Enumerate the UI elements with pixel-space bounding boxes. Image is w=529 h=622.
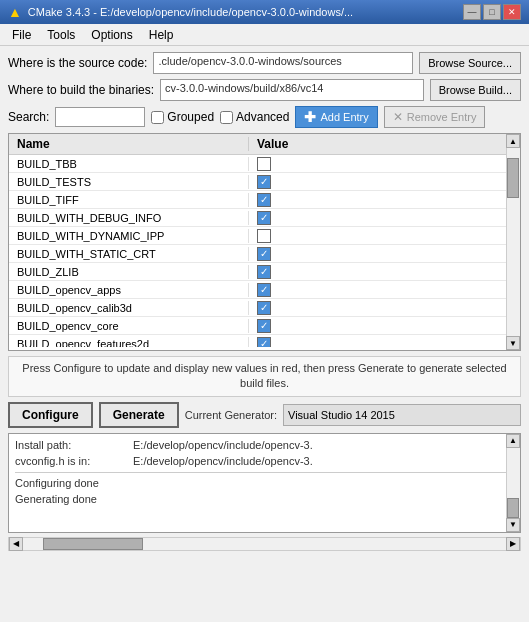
table-row[interactable]: BUILD_opencv_calib3d✓: [9, 299, 520, 317]
hscroll-thumb[interactable]: [43, 538, 143, 550]
grouped-checkbox[interactable]: [151, 111, 164, 124]
table-body: BUILD_TBBBUILD_TESTS✓BUILD_TIFF✓BUILD_WI…: [9, 155, 520, 347]
cmake-table: Name Value BUILD_TBBBUILD_TESTS✓BUILD_TI…: [8, 133, 521, 351]
info-text: Press Configure to update and display ne…: [8, 356, 521, 397]
cell-value[interactable]: ✓: [249, 282, 520, 298]
table-row[interactable]: BUILD_opencv_features2d✓: [9, 335, 520, 347]
checkbox[interactable]: ✓: [257, 283, 271, 297]
source-row: Where is the source code: .clude/opencv-…: [8, 52, 521, 74]
source-path[interactable]: .clude/opencv-3.0.0-windows/sources: [153, 52, 413, 74]
grouped-checkbox-label[interactable]: Grouped: [151, 110, 214, 124]
menu-tools[interactable]: Tools: [39, 26, 83, 43]
horizontal-scrollbar[interactable]: ◀ ▶: [8, 537, 521, 551]
table-row[interactable]: BUILD_TBB: [9, 155, 520, 173]
cell-value[interactable]: [249, 156, 520, 172]
table-header: Name Value: [9, 134, 520, 155]
cell-name: BUILD_TBB: [9, 157, 249, 171]
cell-name: BUILD_WITH_DYNAMIC_IPP: [9, 229, 249, 243]
checkbox[interactable]: ✓: [257, 337, 271, 348]
cell-value[interactable]: ✓: [249, 210, 520, 226]
vertical-scrollbar[interactable]: ▲ ▼: [506, 134, 520, 350]
configure-button[interactable]: Configure: [8, 402, 93, 428]
checkbox[interactable]: ✓: [257, 193, 271, 207]
scroll-down-arrow[interactable]: ▼: [506, 336, 520, 350]
checkbox[interactable]: ✓: [257, 247, 271, 261]
menu-file[interactable]: File: [4, 26, 39, 43]
menu-bar: File Tools Options Help: [0, 24, 529, 46]
build-row: Where to build the binaries: cv-3.0.0-wi…: [8, 79, 521, 101]
advanced-label: Advanced: [236, 110, 289, 124]
output-scroll-up[interactable]: ▲: [506, 434, 520, 448]
table-row[interactable]: BUILD_ZLIB✓: [9, 263, 520, 281]
minimize-button[interactable]: —: [463, 4, 481, 20]
checkbox[interactable]: ✓: [257, 265, 271, 279]
hscroll-left-arrow[interactable]: ◀: [9, 537, 23, 551]
cell-value[interactable]: ✓: [249, 300, 520, 316]
hscroll-right-arrow[interactable]: ▶: [506, 537, 520, 551]
checkbox[interactable]: ✓: [257, 211, 271, 225]
grouped-label: Grouped: [167, 110, 214, 124]
output-line: Generating done: [15, 491, 514, 508]
cell-value[interactable]: [249, 228, 520, 244]
cell-value[interactable]: ✓: [249, 174, 520, 190]
checkbox[interactable]: [257, 157, 271, 171]
header-value: Value: [249, 137, 520, 151]
menu-options[interactable]: Options: [83, 26, 140, 43]
cell-name: BUILD_opencv_features2d: [9, 337, 249, 348]
advanced-checkbox-label[interactable]: Advanced: [220, 110, 289, 124]
cell-name: BUILD_TESTS: [9, 175, 249, 189]
search-input[interactable]: [55, 107, 145, 127]
source-label: Where is the source code:: [8, 56, 147, 70]
cell-value[interactable]: ✓: [249, 318, 520, 334]
output-box: Install path:E:/develop/opencv/include/o…: [8, 433, 521, 533]
cell-name: BUILD_opencv_calib3d: [9, 301, 249, 315]
cell-name: BUILD_opencv_core: [9, 319, 249, 333]
hscroll-track: [23, 537, 506, 551]
checkbox[interactable]: ✓: [257, 301, 271, 315]
table-row[interactable]: BUILD_WITH_DEBUG_INFO✓: [9, 209, 520, 227]
output-scroll-thumb[interactable]: [507, 498, 519, 518]
cell-value[interactable]: ✓: [249, 336, 520, 348]
output-value: E:/develop/opencv/include/opencv-3.: [133, 453, 313, 470]
x-icon: ✕: [393, 110, 403, 124]
build-path[interactable]: cv-3.0.0-windows/build/x86/vc14: [160, 79, 424, 101]
cell-value[interactable]: ✓: [249, 192, 520, 208]
generator-value: Visual Studio 14 2015: [283, 404, 521, 426]
scroll-thumb[interactable]: [507, 158, 519, 198]
table-row[interactable]: BUILD_TIFF✓: [9, 191, 520, 209]
search-row: Search: Grouped Advanced ✚ Add Entry ✕ R…: [8, 106, 521, 128]
menu-help[interactable]: Help: [141, 26, 182, 43]
table-row[interactable]: BUILD_WITH_DYNAMIC_IPP: [9, 227, 520, 245]
window-title: CMake 3.4.3 - E:/develop/opencv/include/…: [28, 6, 353, 18]
generator-label: Current Generator:: [185, 409, 277, 421]
close-button[interactable]: ✕: [503, 4, 521, 20]
output-scrollbar[interactable]: ▲ ▼: [506, 434, 520, 532]
cell-value[interactable]: ✓: [249, 246, 520, 262]
output-divider: [15, 472, 514, 473]
cell-name: BUILD_TIFF: [9, 193, 249, 207]
checkbox[interactable]: ✓: [257, 319, 271, 333]
main-content: Where is the source code: .clude/opencv-…: [0, 46, 529, 557]
checkbox[interactable]: [257, 229, 271, 243]
table-row[interactable]: BUILD_opencv_apps✓: [9, 281, 520, 299]
cell-value[interactable]: ✓: [249, 264, 520, 280]
browse-build-button[interactable]: Browse Build...: [430, 79, 521, 101]
app-icon: ▲: [8, 4, 22, 20]
maximize-button[interactable]: □: [483, 4, 501, 20]
table-row[interactable]: BUILD_WITH_STATIC_CRT✓: [9, 245, 520, 263]
table-row[interactable]: BUILD_TESTS✓: [9, 173, 520, 191]
add-entry-button[interactable]: ✚ Add Entry: [295, 106, 377, 128]
table-row[interactable]: BUILD_opencv_core✓: [9, 317, 520, 335]
generate-button[interactable]: Generate: [99, 402, 179, 428]
window-controls: — □ ✕: [463, 4, 521, 20]
advanced-checkbox[interactable]: [220, 111, 233, 124]
scroll-up-arrow[interactable]: ▲: [506, 134, 520, 148]
output-row: cvconfig.h is in:E:/develop/opencv/inclu…: [15, 453, 514, 470]
checkbox[interactable]: ✓: [257, 175, 271, 189]
browse-source-button[interactable]: Browse Source...: [419, 52, 521, 74]
remove-entry-button[interactable]: ✕ Remove Entry: [384, 106, 486, 128]
buttons-row: Configure Generate Current Generator: Vi…: [8, 402, 521, 428]
output-line: Configuring done: [15, 475, 514, 492]
output-scroll-down[interactable]: ▼: [506, 518, 520, 532]
cell-name: BUILD_WITH_DEBUG_INFO: [9, 211, 249, 225]
